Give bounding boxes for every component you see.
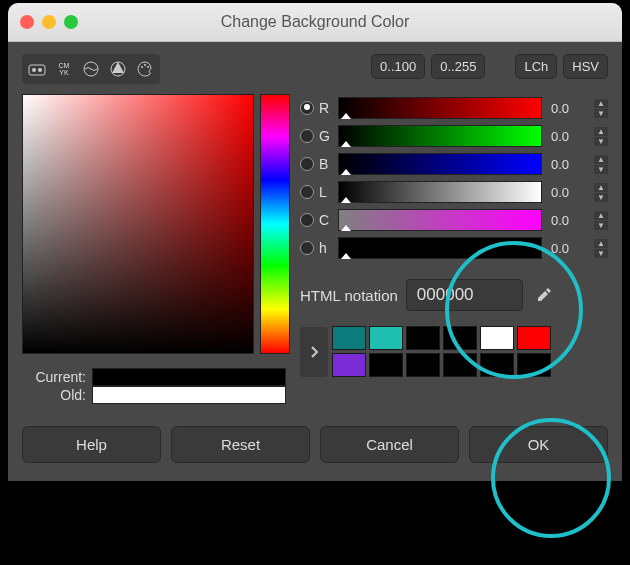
channel-value: 0.0 — [547, 241, 589, 256]
channel-label: L — [319, 184, 333, 200]
palette-swatch[interactable] — [517, 353, 551, 377]
channel-radio-c[interactable] — [300, 213, 314, 227]
palette-swatch[interactable] — [332, 353, 366, 377]
channel-row-b: B0.0▲▼ — [300, 150, 608, 178]
channel-spinner[interactable]: ▲▼ — [594, 155, 608, 174]
spinner-up-icon[interactable]: ▲ — [594, 211, 608, 220]
help-button[interactable]: Help — [22, 426, 161, 463]
window-title: Change Background Color — [8, 13, 622, 31]
spinner-down-icon[interactable]: ▼ — [594, 109, 608, 118]
svg-point-7 — [147, 66, 149, 68]
spinner-down-icon[interactable]: ▼ — [594, 221, 608, 230]
old-color-swatch[interactable] — [92, 386, 286, 404]
palette-swatch[interactable] — [443, 326, 477, 350]
palette-swatch[interactable] — [369, 326, 403, 350]
palette-swatch[interactable] — [480, 353, 514, 377]
spinner-down-icon[interactable]: ▼ — [594, 165, 608, 174]
palette-swatch[interactable] — [369, 353, 403, 377]
channel-radio-b[interactable] — [300, 157, 314, 171]
channel-row-l: L0.0▲▼ — [300, 178, 608, 206]
channel-slider-b[interactable] — [338, 153, 542, 175]
palette-swatch[interactable] — [517, 326, 551, 350]
channel-row-g: G0.0▲▼ — [300, 122, 608, 150]
palette-prev-button[interactable] — [300, 327, 328, 377]
spinner-down-icon[interactable]: ▼ — [594, 193, 608, 202]
eyedropper-icon[interactable] — [531, 282, 557, 308]
gimp-mode-icon[interactable] — [25, 57, 49, 81]
channel-row-r: R0.0▲▼ — [300, 94, 608, 122]
svg-point-6 — [144, 64, 146, 66]
channel-value: 0.0 — [547, 185, 589, 200]
channel-value: 0.0 — [547, 157, 589, 172]
html-notation-label: HTML notation — [300, 287, 398, 304]
channel-radio-r[interactable] — [300, 101, 314, 115]
palette-swatch[interactable] — [406, 326, 440, 350]
window-minimize-button[interactable] — [42, 15, 56, 29]
cancel-button[interactable]: Cancel — [320, 426, 459, 463]
palette-swatch[interactable] — [480, 326, 514, 350]
spinner-up-icon[interactable]: ▲ — [594, 99, 608, 108]
channel-spinner[interactable]: ▲▼ — [594, 211, 608, 230]
cmyk-mode-icon[interactable]: CMYK — [52, 57, 76, 81]
channel-row-h: h0.0▲▼ — [300, 234, 608, 262]
channel-slider-h[interactable] — [338, 237, 542, 259]
channel-label: h — [319, 240, 333, 256]
range-0-255-toggle[interactable]: 0..255 — [431, 54, 485, 79]
spinner-up-icon[interactable]: ▲ — [594, 127, 608, 136]
channel-value: 0.0 — [547, 129, 589, 144]
channel-label: C — [319, 212, 333, 228]
channel-spinner[interactable]: ▲▼ — [594, 127, 608, 146]
channel-label: R — [319, 100, 333, 116]
channel-value: 0.0 — [547, 213, 589, 228]
spinner-up-icon[interactable]: ▲ — [594, 155, 608, 164]
spinner-up-icon[interactable]: ▲ — [594, 239, 608, 248]
palette-grid — [332, 326, 551, 377]
channel-row-c: C0.0▲▼ — [300, 206, 608, 234]
palette-swatch[interactable] — [332, 326, 366, 350]
channel-slider-l[interactable] — [338, 181, 542, 203]
lch-toggle[interactable]: LCh — [515, 54, 557, 79]
window-maximize-button[interactable] — [64, 15, 78, 29]
palette-mode-icon[interactable] — [133, 57, 157, 81]
range-0-100-toggle[interactable]: 0..100 — [371, 54, 425, 79]
reset-button[interactable]: Reset — [171, 426, 310, 463]
current-color-swatch[interactable] — [92, 368, 286, 386]
spinner-up-icon[interactable]: ▲ — [594, 183, 608, 192]
channel-spinner[interactable]: ▲▼ — [594, 183, 608, 202]
window-close-button[interactable] — [20, 15, 34, 29]
svg-point-2 — [38, 68, 42, 72]
channel-slider-r[interactable] — [338, 97, 542, 119]
titlebar[interactable]: Change Background Color — [8, 3, 622, 42]
ok-button[interactable]: OK — [469, 426, 608, 463]
color-dialog-window: Change Background Color CMYK 0..100 0..2… — [8, 3, 622, 481]
color-mode-switcher: CMYK — [22, 54, 160, 84]
channel-radio-l[interactable] — [300, 185, 314, 199]
channel-radio-h[interactable] — [300, 241, 314, 255]
channel-slider-g[interactable] — [338, 125, 542, 147]
channel-radio-g[interactable] — [300, 129, 314, 143]
saturation-value-picker[interactable] — [22, 94, 254, 354]
channel-value: 0.0 — [547, 101, 589, 116]
html-notation-input[interactable] — [406, 279, 523, 311]
svg-rect-0 — [29, 65, 45, 75]
channel-label: B — [319, 156, 333, 172]
palette-swatch[interactable] — [443, 353, 477, 377]
spinner-down-icon[interactable]: ▼ — [594, 249, 608, 258]
palette-swatch[interactable] — [406, 353, 440, 377]
svg-point-5 — [141, 66, 143, 68]
channel-label: G — [319, 128, 333, 144]
old-color-label: Old: — [22, 387, 86, 403]
current-color-label: Current: — [22, 369, 86, 385]
channel-spinner[interactable]: ▲▼ — [594, 99, 608, 118]
watercolor-mode-icon[interactable] — [79, 57, 103, 81]
hue-slider[interactable] — [260, 94, 290, 354]
channel-spinner[interactable]: ▲▼ — [594, 239, 608, 258]
spinner-down-icon[interactable]: ▼ — [594, 137, 608, 146]
hsv-toggle[interactable]: HSV — [563, 54, 608, 79]
wheel-mode-icon[interactable] — [106, 57, 130, 81]
channel-slider-c[interactable] — [338, 209, 542, 231]
svg-point-1 — [32, 68, 36, 72]
